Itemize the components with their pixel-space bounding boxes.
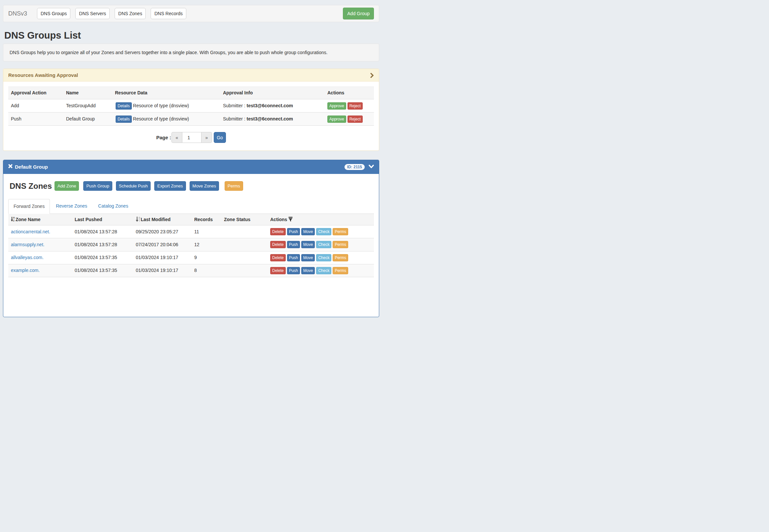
svg-text:A: A (13, 216, 15, 219)
svg-text:Z: Z (13, 219, 15, 222)
